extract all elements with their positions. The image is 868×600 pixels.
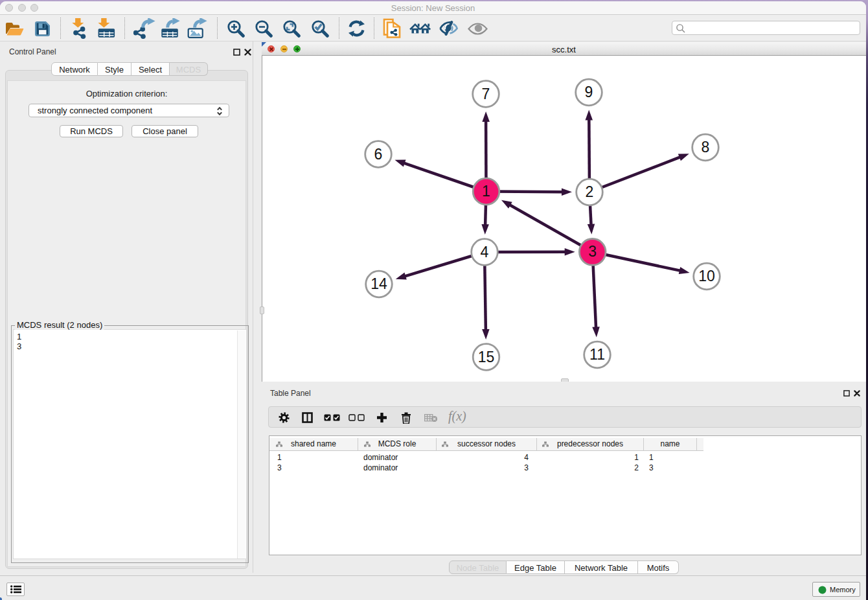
svg-text:6: 6 xyxy=(374,146,383,163)
svg-text:8: 8 xyxy=(702,139,710,156)
svg-text:15: 15 xyxy=(478,349,495,365)
svg-text:4: 4 xyxy=(481,244,489,260)
svg-text:9: 9 xyxy=(585,84,593,100)
svg-text:3: 3 xyxy=(588,243,597,260)
svg-text:11: 11 xyxy=(589,346,605,363)
svg-text:14: 14 xyxy=(371,275,387,292)
svg-text:10: 10 xyxy=(698,268,715,284)
svg-text:7: 7 xyxy=(482,86,490,102)
svg-text:2: 2 xyxy=(586,183,594,200)
svg-text:1: 1 xyxy=(482,183,490,200)
